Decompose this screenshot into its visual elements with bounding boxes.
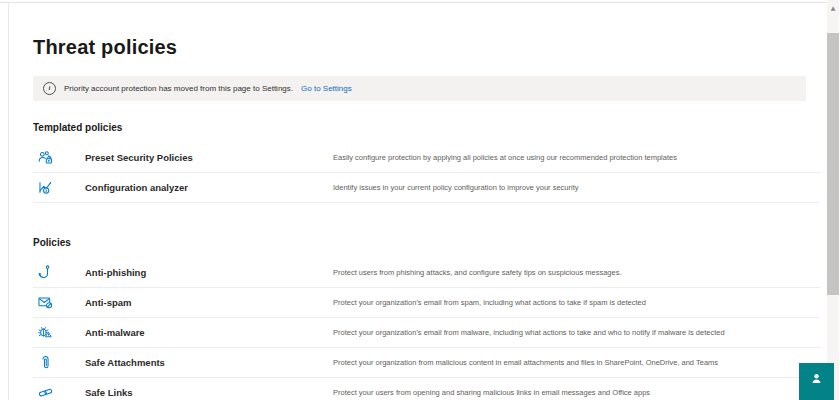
policy-row[interactable]: Anti-phishing Protect users from phishin… <box>33 258 820 288</box>
section: Templated policies Preset Security Polic… <box>33 121 820 203</box>
policy-row[interactable]: Anti-spam Protect your organization's em… <box>33 288 820 318</box>
configuration-analyzer-icon <box>33 179 85 196</box>
policy-description: Easily configure protection by applying … <box>333 153 820 162</box>
priority-protection-banner: i Priority account protection has moved … <box>33 76 806 101</box>
go-to-settings-link[interactable]: Go to Settings <box>301 84 352 93</box>
rows: Preset Security Policies Easily configur… <box>33 143 820 203</box>
policy-row[interactable]: Safe Attachments Protect your organizati… <box>33 348 820 378</box>
policy-description: Protect your organization's email from m… <box>333 328 820 337</box>
scroll-up-arrow[interactable]: ▲ <box>827 4 839 12</box>
feedback-button[interactable] <box>799 363 834 400</box>
policy-row[interactable]: Preset Security Policies Easily configur… <box>33 143 820 173</box>
anti-malware-icon <box>33 324 85 341</box>
section: Policies Anti-phishing Protect users fro… <box>33 236 820 400</box>
policy-description: Protect your organization's email from s… <box>333 298 820 307</box>
policy-name: Anti-malware <box>85 327 333 338</box>
safe-links-icon <box>33 384 85 400</box>
vertical-scrollbar[interactable]: ▲ <box>827 0 839 400</box>
info-icon: i <box>43 82 56 95</box>
section-header: Policies <box>33 236 820 249</box>
safe-attachments-icon <box>33 354 85 371</box>
policy-name: Anti-spam <box>85 297 333 308</box>
page-title: Threat policies <box>33 36 177 59</box>
policy-name: Safe Links <box>85 387 333 398</box>
rows: Anti-phishing Protect users from phishin… <box>33 258 820 400</box>
policy-sections: Templated policies Preset Security Polic… <box>33 121 820 400</box>
banner-text: Priority account protection has moved fr… <box>64 84 293 93</box>
policy-row[interactable]: Safe Links Protect your users from openi… <box>33 378 820 400</box>
policy-name: Safe Attachments <box>85 357 333 368</box>
policy-row[interactable]: Configuration analyzer Identify issues i… <box>33 173 820 203</box>
page-top-border <box>0 2 828 3</box>
policy-description: Protect your users from opening and shar… <box>333 388 820 397</box>
scrollbar-thumb[interactable] <box>827 33 839 295</box>
policy-description: Identify issues in your current policy c… <box>333 183 820 192</box>
preset-security-policies-icon <box>33 149 85 166</box>
policy-description: Protect your organization from malicious… <box>333 358 820 367</box>
anti-spam-icon <box>33 294 85 311</box>
policy-description: Protect users from phishing attacks, and… <box>333 268 820 277</box>
policy-row[interactable]: Anti-malware Protect your organization's… <box>33 318 820 348</box>
anti-phishing-icon <box>33 264 85 281</box>
policy-name: Anti-phishing <box>85 267 333 278</box>
page-left-border <box>8 3 9 400</box>
policy-name: Configuration analyzer <box>85 182 333 193</box>
feedback-person-icon <box>810 372 823 385</box>
section-header: Templated policies <box>33 121 820 134</box>
policy-name: Preset Security Policies <box>85 152 333 163</box>
